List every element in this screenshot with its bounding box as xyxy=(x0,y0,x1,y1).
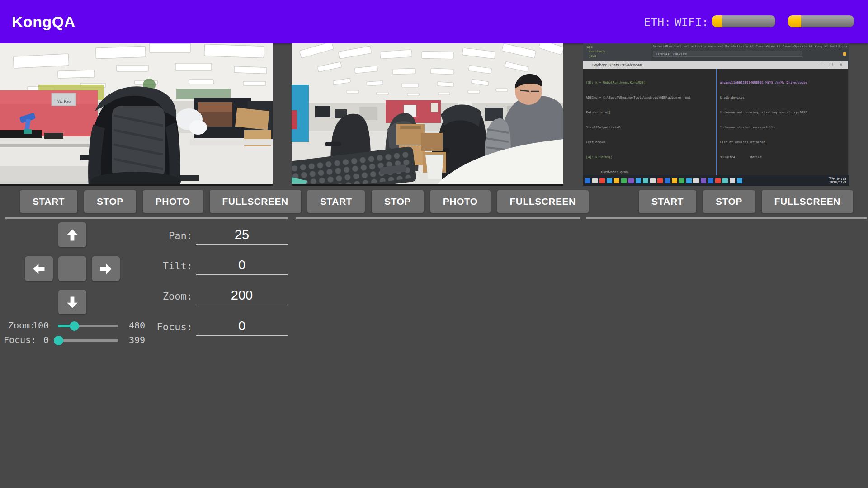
taskbar-icon xyxy=(614,178,619,183)
arrow-down-icon xyxy=(66,296,79,309)
camera2-start-button[interactable]: START xyxy=(307,190,365,213)
taskbar-clock: 下午 04:13 2020/12/2 xyxy=(829,177,846,184)
terminal-line: $ adb devices xyxy=(720,95,846,100)
camera1-separator xyxy=(5,217,288,219)
terminal-left-pane: [3]: k = RobotRun.kong.KongADB() ADBCmd … xyxy=(586,70,714,174)
terminal-line: * daemon not running; starting now at tc… xyxy=(720,110,846,115)
zoom-field-label: Zoom: xyxy=(127,291,193,305)
camera2-photo-button[interactable]: PHOTO xyxy=(430,190,491,213)
taskbar-icon xyxy=(650,178,656,183)
taskbar-icon xyxy=(636,178,641,183)
taskbar-icon xyxy=(665,178,670,183)
terminal-line: [4]: k.infos() xyxy=(586,155,714,160)
terminal-line: ExitCode=0 xyxy=(586,140,714,145)
floor xyxy=(0,166,95,186)
app-header: KongQA ETH: WIFI: xyxy=(0,0,868,43)
taskbar-icon xyxy=(693,178,699,183)
focus-input[interactable]: 0 xyxy=(196,319,288,336)
pan-left-button[interactable] xyxy=(25,256,53,281)
camera1-stop-button[interactable]: STOP xyxy=(84,190,136,213)
taskbar-icon xyxy=(722,178,728,183)
pan-input[interactable]: 25 xyxy=(196,227,288,245)
tilt-up-button[interactable] xyxy=(58,222,86,247)
taskbar-icon xyxy=(708,178,713,183)
taskbar-icon xyxy=(592,178,598,183)
taskbar-icon xyxy=(628,178,634,183)
terminal-line: List of devices attached xyxy=(720,140,846,145)
focus-slider-track[interactable] xyxy=(58,339,118,342)
ide-find-bar: TEMPLATE_PREVIEW xyxy=(653,51,802,57)
terminal-line: 93B58fc4 device xyxy=(720,155,846,160)
camera3-video-feed: app manifests java AndroidManifest.xml a… xyxy=(583,43,849,186)
name-sign: Vic Kao xyxy=(52,93,76,106)
terminal-line: ReturnList=[] xyxy=(586,110,714,115)
ide-editor-tabs: AndroidManifest.xml activity_main.xml Ma… xyxy=(653,45,847,48)
ide-notification-dot xyxy=(843,52,846,56)
taskbar-icon xyxy=(701,178,706,183)
wifi-label: WIFI: xyxy=(675,0,708,43)
terminal-line: ahuang11@6622B9346NB001 MSYS /g/My Drive… xyxy=(720,80,846,85)
taskbar-icon xyxy=(643,178,648,183)
taskbar-icon xyxy=(686,178,692,183)
taskbar-icon xyxy=(607,178,612,183)
camera3-stop-button[interactable]: STOP xyxy=(703,190,755,213)
terminal-window-title: IPython: G:\My Drive/codes xyxy=(583,61,848,69)
zoom-slider-track[interactable] xyxy=(58,325,118,327)
eth-label: ETH: xyxy=(644,0,671,43)
svg-text:Vic Kao: Vic Kao xyxy=(57,99,71,103)
terminal-line: ADBCmd = C:\EasyAVEngine\Tools\Android\A… xyxy=(586,95,714,100)
camera1-photo-button[interactable]: PHOTO xyxy=(143,190,203,213)
taskbar-icon xyxy=(672,178,677,183)
focus-field-label: Focus: xyxy=(127,321,193,336)
window-controls: – ☐ ✕ xyxy=(820,61,845,69)
camera1-video-feed: Vic Kao xyxy=(0,43,273,186)
paper-bucket xyxy=(425,155,443,179)
arrow-up-icon xyxy=(66,228,79,242)
camera2-fullscreen-button[interactable]: FULLSCREEN xyxy=(497,190,589,213)
app-title: KongQA xyxy=(12,0,75,43)
ide-project-tree: app manifests java xyxy=(583,43,651,61)
camera2-video-feed xyxy=(292,43,563,186)
zoom-input[interactable]: 200 xyxy=(196,288,288,305)
zoom-slider-handle[interactable] xyxy=(70,321,79,331)
camera2-controls: START STOP PHOTO FULLSCREEN xyxy=(307,190,589,213)
taskbar-icon xyxy=(599,178,605,183)
taskbar-icon xyxy=(730,178,735,183)
taskbar: 下午 04:13 2020/12/2 xyxy=(583,175,849,186)
camera1-video-image: Vic Kao xyxy=(0,43,273,186)
taskbar-icon xyxy=(737,178,742,183)
wifi-progress-fill xyxy=(788,15,801,27)
tilt-field-label: Tilt: xyxy=(127,260,193,275)
ide-window: app manifests java AndroidManifest.xml a… xyxy=(583,43,849,61)
tilt-field-row: Tilt: 0 xyxy=(127,253,288,275)
camera3-controls: START STOP FULLSCREEN xyxy=(639,190,853,213)
zoom-slider-min: 100 xyxy=(25,320,49,331)
taskbar-clock-date: 2020/12/2 xyxy=(829,181,846,184)
app-window: KongQA ETH: WIFI: xyxy=(0,0,868,488)
eth-progress-fill xyxy=(712,15,722,27)
windows-start-icon xyxy=(585,178,590,183)
arrow-right-icon xyxy=(99,262,113,276)
pan-field-label: Pan: xyxy=(127,230,193,245)
taskbar-icon xyxy=(657,178,663,183)
tilt-input[interactable]: 0 xyxy=(196,258,288,275)
camera1-fullscreen-button[interactable]: FULLSCREEN xyxy=(210,190,301,213)
focus-field-row: Focus: 0 xyxy=(127,314,288,336)
focus-slider-handle[interactable] xyxy=(54,336,63,345)
terminal-line: * daemon started successfully xyxy=(720,125,846,130)
terminal-right-pane: ahuang11@6622B9346NB001 MSYS /g/My Drive… xyxy=(720,70,846,174)
pan-right-button[interactable] xyxy=(92,256,120,281)
camera2-stop-button[interactable]: STOP xyxy=(372,190,424,213)
wifi-progressbar xyxy=(788,15,854,27)
terminal-line: Hardware: qcom xyxy=(586,170,714,174)
arrow-left-icon xyxy=(32,262,46,276)
camera2-separator xyxy=(296,217,580,219)
tilt-down-button[interactable] xyxy=(58,290,86,314)
camera1-controls: START STOP PHOTO FULLSCREEN xyxy=(20,190,301,213)
taskbar-icon xyxy=(621,178,627,183)
camera3-fullscreen-button[interactable]: FULLSCREEN xyxy=(762,190,853,213)
camera3-start-button[interactable]: START xyxy=(639,190,696,213)
camera1-start-button[interactable]: START xyxy=(20,190,77,213)
ptz-home-button[interactable] xyxy=(58,256,86,281)
eth-progressbar xyxy=(712,15,775,27)
